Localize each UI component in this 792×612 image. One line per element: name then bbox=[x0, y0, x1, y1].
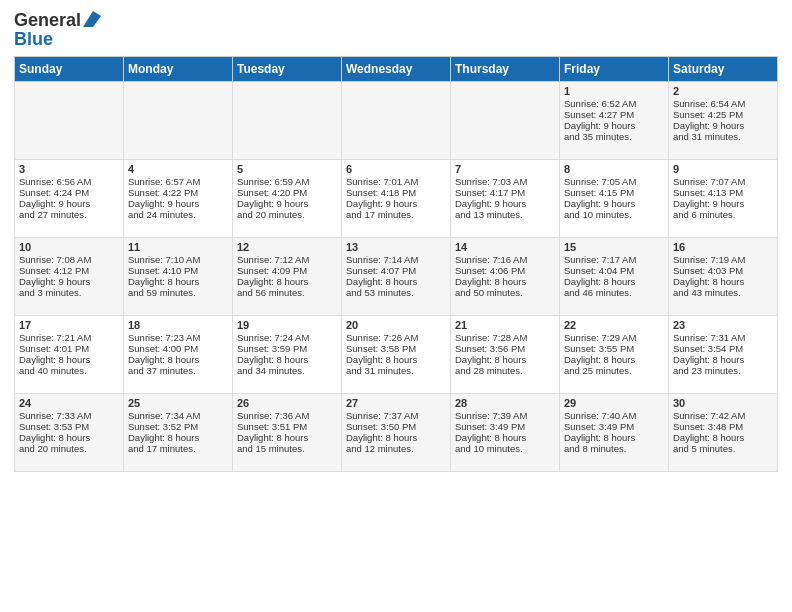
day-number: 1 bbox=[564, 85, 664, 97]
day-info: Sunrise: 7:37 AM bbox=[346, 410, 446, 421]
day-info: Daylight: 8 hours bbox=[346, 276, 446, 287]
day-info: Daylight: 9 hours bbox=[673, 120, 773, 131]
day-number: 5 bbox=[237, 163, 337, 175]
day-info: Sunrise: 6:54 AM bbox=[673, 98, 773, 109]
day-info: Sunrise: 7:24 AM bbox=[237, 332, 337, 343]
day-info: and 35 minutes. bbox=[564, 131, 664, 142]
calendar-cell: 27Sunrise: 7:37 AMSunset: 3:50 PMDayligh… bbox=[342, 394, 451, 472]
col-header-sunday: Sunday bbox=[15, 57, 124, 82]
day-info: Daylight: 8 hours bbox=[564, 276, 664, 287]
calendar-cell: 29Sunrise: 7:40 AMSunset: 3:49 PMDayligh… bbox=[560, 394, 669, 472]
day-number: 6 bbox=[346, 163, 446, 175]
day-info: Sunrise: 7:34 AM bbox=[128, 410, 228, 421]
day-number: 30 bbox=[673, 397, 773, 409]
day-info: Daylight: 8 hours bbox=[237, 354, 337, 365]
day-info: Daylight: 9 hours bbox=[19, 198, 119, 209]
day-info: and 25 minutes. bbox=[564, 365, 664, 376]
day-info: Daylight: 8 hours bbox=[455, 354, 555, 365]
calendar-cell: 13Sunrise: 7:14 AMSunset: 4:07 PMDayligh… bbox=[342, 238, 451, 316]
day-info: Daylight: 8 hours bbox=[455, 276, 555, 287]
day-info: Sunrise: 7:21 AM bbox=[19, 332, 119, 343]
calendar-cell: 23Sunrise: 7:31 AMSunset: 3:54 PMDayligh… bbox=[669, 316, 778, 394]
header: General Blue bbox=[14, 10, 778, 50]
day-info: and 27 minutes. bbox=[19, 209, 119, 220]
day-info: Daylight: 8 hours bbox=[673, 432, 773, 443]
day-info: Sunrise: 7:14 AM bbox=[346, 254, 446, 265]
day-info: Sunset: 3:56 PM bbox=[455, 343, 555, 354]
day-info: Sunrise: 6:56 AM bbox=[19, 176, 119, 187]
calendar-cell: 30Sunrise: 7:42 AMSunset: 3:48 PMDayligh… bbox=[669, 394, 778, 472]
svg-marker-0 bbox=[83, 11, 101, 27]
calendar-week-5: 24Sunrise: 7:33 AMSunset: 3:53 PMDayligh… bbox=[15, 394, 778, 472]
day-number: 12 bbox=[237, 241, 337, 253]
calendar-cell: 4Sunrise: 6:57 AMSunset: 4:22 PMDaylight… bbox=[124, 160, 233, 238]
day-info: Sunrise: 7:03 AM bbox=[455, 176, 555, 187]
day-info: Sunrise: 7:10 AM bbox=[128, 254, 228, 265]
day-info: Sunrise: 7:42 AM bbox=[673, 410, 773, 421]
day-info: Daylight: 9 hours bbox=[237, 198, 337, 209]
day-info: and 23 minutes. bbox=[673, 365, 773, 376]
day-info: and 34 minutes. bbox=[237, 365, 337, 376]
day-info: Sunrise: 7:39 AM bbox=[455, 410, 555, 421]
day-info: Sunrise: 7:17 AM bbox=[564, 254, 664, 265]
day-info: and 8 minutes. bbox=[564, 443, 664, 454]
calendar-cell: 14Sunrise: 7:16 AMSunset: 4:06 PMDayligh… bbox=[451, 238, 560, 316]
logo-icon bbox=[83, 11, 101, 27]
day-info: Sunrise: 7:08 AM bbox=[19, 254, 119, 265]
day-info: Sunset: 3:49 PM bbox=[455, 421, 555, 432]
day-info: Sunset: 4:03 PM bbox=[673, 265, 773, 276]
day-info: Sunset: 4:10 PM bbox=[128, 265, 228, 276]
day-info: Sunrise: 7:26 AM bbox=[346, 332, 446, 343]
calendar-cell: 18Sunrise: 7:23 AMSunset: 4:00 PMDayligh… bbox=[124, 316, 233, 394]
day-info: Sunset: 4:09 PM bbox=[237, 265, 337, 276]
day-info: Sunrise: 6:59 AM bbox=[237, 176, 337, 187]
day-info: Sunset: 4:06 PM bbox=[455, 265, 555, 276]
col-header-saturday: Saturday bbox=[669, 57, 778, 82]
day-number: 27 bbox=[346, 397, 446, 409]
day-info: Sunset: 3:52 PM bbox=[128, 421, 228, 432]
day-number: 19 bbox=[237, 319, 337, 331]
day-info: and 24 minutes. bbox=[128, 209, 228, 220]
day-info: Sunrise: 6:52 AM bbox=[564, 98, 664, 109]
day-info: Sunset: 3:49 PM bbox=[564, 421, 664, 432]
day-number: 24 bbox=[19, 397, 119, 409]
col-header-wednesday: Wednesday bbox=[342, 57, 451, 82]
calendar-cell: 11Sunrise: 7:10 AMSunset: 4:10 PMDayligh… bbox=[124, 238, 233, 316]
calendar-cell: 10Sunrise: 7:08 AMSunset: 4:12 PMDayligh… bbox=[15, 238, 124, 316]
day-info: Daylight: 8 hours bbox=[128, 354, 228, 365]
day-number: 23 bbox=[673, 319, 773, 331]
day-number: 9 bbox=[673, 163, 773, 175]
day-info: Sunset: 4:13 PM bbox=[673, 187, 773, 198]
day-number: 15 bbox=[564, 241, 664, 253]
day-info: Sunset: 3:53 PM bbox=[19, 421, 119, 432]
calendar-cell bbox=[233, 82, 342, 160]
calendar-cell bbox=[451, 82, 560, 160]
day-info: and 59 minutes. bbox=[128, 287, 228, 298]
day-info: Sunrise: 7:23 AM bbox=[128, 332, 228, 343]
day-number: 2 bbox=[673, 85, 773, 97]
day-info: and 12 minutes. bbox=[346, 443, 446, 454]
day-number: 18 bbox=[128, 319, 228, 331]
day-number: 22 bbox=[564, 319, 664, 331]
day-info: Sunset: 4:07 PM bbox=[346, 265, 446, 276]
day-info: Sunset: 4:12 PM bbox=[19, 265, 119, 276]
day-info: Daylight: 9 hours bbox=[128, 198, 228, 209]
day-info: Sunrise: 7:36 AM bbox=[237, 410, 337, 421]
day-info: Sunrise: 7:31 AM bbox=[673, 332, 773, 343]
day-info: and 5 minutes. bbox=[673, 443, 773, 454]
day-number: 26 bbox=[237, 397, 337, 409]
day-info: and 28 minutes. bbox=[455, 365, 555, 376]
day-number: 28 bbox=[455, 397, 555, 409]
col-header-monday: Monday bbox=[124, 57, 233, 82]
day-info: Sunset: 4:17 PM bbox=[455, 187, 555, 198]
day-number: 4 bbox=[128, 163, 228, 175]
calendar-cell: 28Sunrise: 7:39 AMSunset: 3:49 PMDayligh… bbox=[451, 394, 560, 472]
day-info: Daylight: 9 hours bbox=[564, 120, 664, 131]
day-info: Daylight: 9 hours bbox=[455, 198, 555, 209]
day-number: 10 bbox=[19, 241, 119, 253]
day-info: and 43 minutes. bbox=[673, 287, 773, 298]
logo-line1: General bbox=[14, 10, 101, 31]
logo-blue: Blue bbox=[14, 29, 101, 50]
calendar-week-2: 3Sunrise: 6:56 AMSunset: 4:24 PMDaylight… bbox=[15, 160, 778, 238]
day-info: Daylight: 8 hours bbox=[346, 432, 446, 443]
